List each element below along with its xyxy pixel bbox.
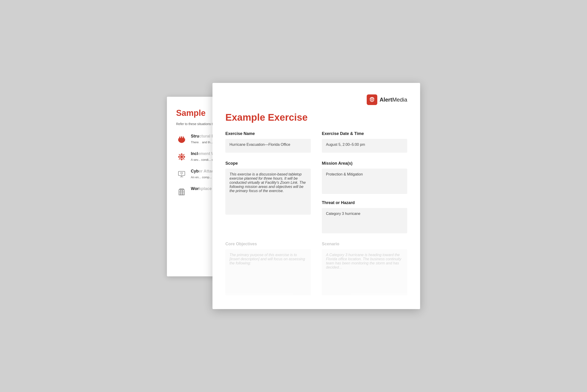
svg-rect-13 [178, 171, 185, 176]
scope-group: Scope This exercise is a discussion-base… [225, 161, 311, 233]
scope-label: Scope [225, 161, 311, 166]
logo-area: AlertMedia [225, 94, 407, 105]
mission-areas-box: Protection & Mitigation [322, 168, 407, 194]
scenario-value: A Category 3 hurricane is heading toward… [326, 253, 401, 269]
logo-text: AlertMedia [380, 96, 407, 103]
front-card: AlertMedia Example Exercise Exercise Nam… [212, 83, 420, 309]
faded-section: Core Objectives The primary purpose of t… [225, 242, 407, 295]
svg-point-4 [181, 156, 182, 158]
exercise-name-value: Hurricane Evacuation—Florida Office [229, 142, 290, 146]
exercise-date-label: Exercise Date & Time [322, 131, 407, 136]
mission-areas-group: Mission Area(s) Protection & Mitigation [322, 161, 407, 194]
svg-point-16 [181, 174, 182, 174]
exercise-date-box: August 5, 2:00–5:00 pm [322, 139, 407, 153]
threat-box: Category 3 hurricane [322, 208, 407, 233]
page-wrapper: Sample Refer to these situations to y...… [167, 83, 420, 309]
fire-icon [176, 134, 187, 145]
alertmedia-logo-icon [367, 94, 377, 105]
top-fields: Exercise Name Hurricane Evacuation—Flori… [225, 131, 407, 153]
scope-value: This exercise is a discussion-based tabl… [229, 172, 306, 193]
mission-areas-value: Protection & Mitigation [326, 172, 363, 176]
core-objectives-box: The primary purpose of this exercise is … [225, 249, 311, 295]
mission-areas-label: Mission Area(s) [322, 161, 407, 166]
bottom-fields: Core Objectives The primary purpose of t… [225, 242, 407, 295]
exercise-name-group: Exercise Name Hurricane Evacuation—Flori… [225, 131, 311, 153]
snowflake-icon [176, 151, 187, 162]
threat-group: Threat or Hazard Category 3 hurricane [322, 200, 407, 233]
building-icon [176, 186, 187, 198]
threat-label: Threat or Hazard [322, 200, 407, 205]
scenario-box: A Category 3 hurricane is heading toward… [322, 249, 407, 295]
exercise-date-group: Exercise Date & Time August 5, 2:00–5:00… [322, 131, 407, 153]
scenario-label: Scenario [322, 242, 407, 246]
scope-box: This exercise is a discussion-based tabl… [225, 168, 311, 215]
page-title: Example Exercise [225, 112, 407, 123]
cyber-icon [176, 169, 187, 180]
logo-container: AlertMedia [367, 94, 407, 105]
exercise-date-value: August 5, 2:00–5:00 pm [326, 142, 365, 146]
core-objectives-label: Core Objectives [225, 242, 311, 246]
core-objectives-group: Core Objectives The primary purpose of t… [225, 242, 311, 295]
right-fields: Mission Area(s) Protection & Mitigation … [322, 161, 407, 233]
core-objectives-value: The primary purpose of this exercise is … [229, 253, 305, 265]
exercise-name-box: Hurricane Evacuation—Florida Office [225, 139, 311, 153]
threat-value: Category 3 hurricane [326, 212, 360, 216]
middle-fields: Scope This exercise is a discussion-base… [225, 161, 407, 233]
scenario-group: Scenario A Category 3 hurricane is headi… [322, 242, 407, 295]
exercise-name-label: Exercise Name [225, 131, 311, 136]
svg-point-25 [371, 99, 373, 100]
